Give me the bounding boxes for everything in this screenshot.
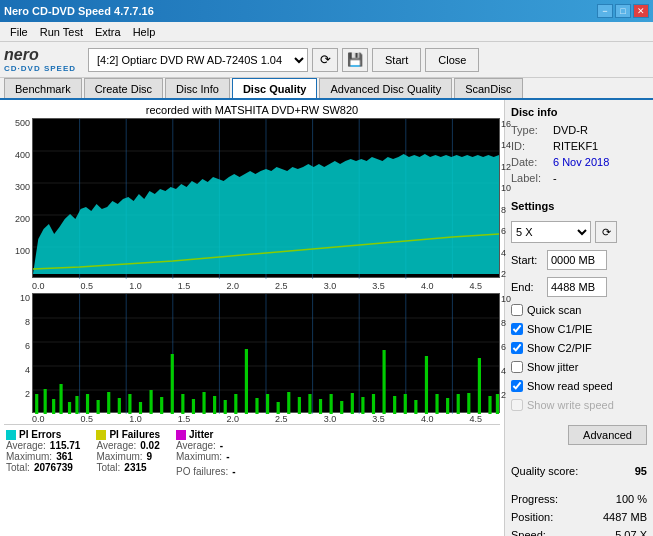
svg-rect-43 <box>192 399 195 414</box>
jitter-max-val: - <box>226 451 229 462</box>
raxis-b10: 10 <box>501 294 519 304</box>
pi-failures-max-label: Maximum: <box>96 451 142 462</box>
disc-date-row: Date: 6 Nov 2018 <box>511 156 647 168</box>
jitter-label: Jitter <box>189 429 213 440</box>
stats-bar: PI Errors Average: 115.71 Maximum: 361 T… <box>4 424 500 481</box>
tab-disc-quality[interactable]: Disc Quality <box>232 78 318 98</box>
raxis-b4: 4 <box>501 366 519 376</box>
pi-errors-avg-label: Average: <box>6 440 46 451</box>
svg-rect-60 <box>372 394 375 414</box>
menu-help[interactable]: Help <box>127 24 162 40</box>
start-mb-input[interactable] <box>547 250 607 270</box>
disc-label-val: - <box>553 172 557 184</box>
raxis-6: 6 <box>501 226 519 236</box>
raxis-10: 10 <box>501 183 519 193</box>
show-c1-pie-row: Show C1/PIE <box>511 323 647 335</box>
svg-rect-72 <box>496 394 499 414</box>
menu-runtest[interactable]: Run Test <box>34 24 89 40</box>
x2-0.5: 0.5 <box>81 414 94 424</box>
pi-errors-max-val: 361 <box>56 451 73 462</box>
menu-file[interactable]: File <box>4 24 34 40</box>
pi-errors-stats: PI Errors Average: 115.71 Maximum: 361 T… <box>6 429 80 477</box>
main-content: recorded with MATSHITA DVD+RW SW820 500 … <box>0 100 653 536</box>
svg-rect-52 <box>287 392 290 414</box>
chart-title: recorded with MATSHITA DVD+RW SW820 <box>4 104 500 116</box>
x-axis-top: 0.0 0.5 1.0 1.5 2.0 2.5 3.0 3.5 4.0 4.5 <box>4 281 500 291</box>
svg-rect-61 <box>383 350 386 414</box>
close-button[interactable]: ✕ <box>633 4 649 18</box>
refresh-icon: ⟳ <box>320 52 331 67</box>
chart-area: recorded with MATSHITA DVD+RW SW820 500 … <box>0 100 505 536</box>
quality-score-label: Quality score: <box>511 465 578 477</box>
show-read-speed-row: Show read speed <box>511 380 647 392</box>
x2-0.0: 0.0 <box>32 414 45 424</box>
jitter-stats: Jitter Average: - Maximum: - PO failures… <box>176 429 236 477</box>
tabbar: Benchmark Create Disc Disc Info Disc Qua… <box>0 78 653 100</box>
start-button[interactable]: Start <box>372 48 421 72</box>
svg-rect-39 <box>150 390 153 414</box>
end-mb-label: End: <box>511 281 543 293</box>
speed-val2: 5.07 X <box>615 529 647 536</box>
maximize-button[interactable]: □ <box>615 4 631 18</box>
start-mb-row: Start: <box>511 250 647 270</box>
tab-benchmark[interactable]: Benchmark <box>4 78 82 98</box>
bottom-chart-svg <box>33 294 499 414</box>
speed-row: Speed: 5.07 X <box>511 529 647 536</box>
show-c2-pif-row: Show C2/PIF <box>511 342 647 354</box>
minimize-button[interactable]: − <box>597 4 613 18</box>
refresh-button[interactable]: ⟳ <box>312 48 338 72</box>
svg-rect-51 <box>277 402 280 414</box>
y2-label-6: 6 <box>4 341 30 351</box>
svg-rect-37 <box>128 394 131 414</box>
end-mb-row: End: <box>511 277 647 297</box>
pi-failures-total-val: 2315 <box>124 462 146 473</box>
show-read-speed-label: Show read speed <box>527 380 613 392</box>
top-chart-svg <box>33 119 499 279</box>
tab-scandisc[interactable]: ScanDisc <box>454 78 522 98</box>
disc-id-val: RITEKF1 <box>553 140 598 152</box>
x-0.0: 0.0 <box>32 281 45 291</box>
drive-select[interactable]: [4:2] Optiarc DVD RW AD-7240S 1.04 <box>88 48 308 72</box>
pi-failures-color <box>96 430 106 440</box>
progress-val: 100 % <box>616 493 647 505</box>
settings-refresh-button[interactable]: ⟳ <box>595 221 617 243</box>
tab-advanced-disc-quality[interactable]: Advanced Disc Quality <box>319 78 452 98</box>
svg-rect-32 <box>75 396 78 414</box>
y2-label-10: 10 <box>4 293 30 303</box>
svg-rect-38 <box>139 402 142 414</box>
settings-title: Settings <box>511 200 647 212</box>
svg-rect-56 <box>330 394 333 414</box>
floppy-icon: 💾 <box>347 52 363 67</box>
svg-rect-44 <box>202 392 205 414</box>
y2-label-8: 8 <box>4 317 30 327</box>
tab-create-disc[interactable]: Create Disc <box>84 78 163 98</box>
end-mb-input[interactable] <box>547 277 607 297</box>
show-c1-pie-label: Show C1/PIE <box>527 323 592 335</box>
jitter-avg-label: Average: <box>176 440 216 451</box>
speed-settings-row: 5 X ⟳ <box>511 221 647 243</box>
tab-disc-info[interactable]: Disc Info <box>165 78 230 98</box>
disc-type-row: Type: DVD-R <box>511 124 647 136</box>
y-label-400: 400 <box>4 150 30 160</box>
progress-row: Progress: 100 % <box>511 493 647 505</box>
nero-logo-text: nero <box>4 46 76 64</box>
pi-errors-total-label: Total: <box>6 462 30 473</box>
advanced-button[interactable]: Advanced <box>568 425 647 445</box>
pi-errors-max-label: Maximum: <box>6 451 52 462</box>
speed-select[interactable]: 5 X <box>511 221 591 243</box>
save-button[interactable]: 💾 <box>342 48 368 72</box>
raxis-12: 12 <box>501 162 519 172</box>
close-disc-button[interactable]: Close <box>425 48 479 72</box>
x2-2.5: 2.5 <box>275 414 288 424</box>
pi-errors-color <box>6 430 16 440</box>
quality-score-val: 95 <box>635 465 647 477</box>
raxis-14: 14 <box>501 140 519 150</box>
titlebar: Nero CD-DVD Speed 4.7.7.16 − □ ✕ <box>0 0 653 22</box>
svg-rect-67 <box>446 398 449 414</box>
menu-extra[interactable]: Extra <box>89 24 127 40</box>
position-val: 4487 MB <box>603 511 647 523</box>
window-controls: − □ ✕ <box>597 4 649 18</box>
svg-rect-49 <box>255 398 258 414</box>
x-3.5: 3.5 <box>372 281 385 291</box>
pi-failures-avg-val: 0.02 <box>140 440 159 451</box>
